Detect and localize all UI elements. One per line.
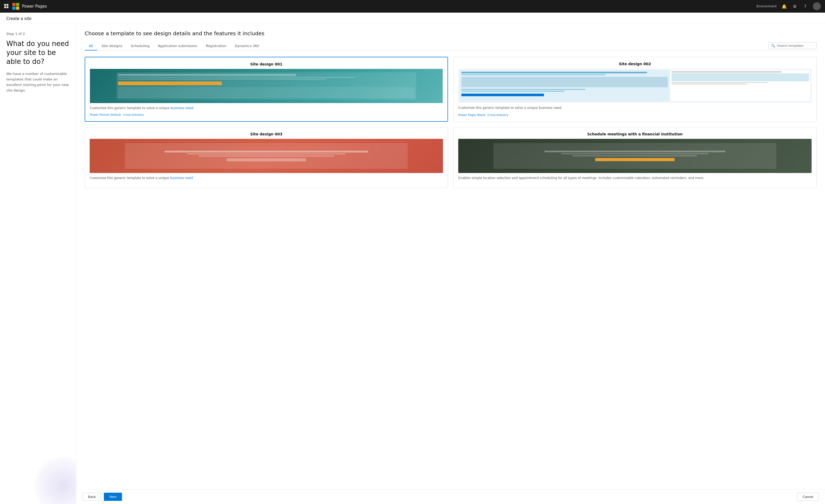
topnav-right: Environment 🔔 ⚙ ?	[756, 2, 821, 10]
svg-rect-4	[12, 3, 15, 6]
next-button[interactable]: Next	[104, 493, 122, 501]
svg-rect-2	[4, 6, 6, 8]
sidebar-decoration	[34, 457, 76, 504]
tag-cross-industry-001[interactable]: Cross-Industry	[123, 113, 144, 117]
template-preview-003	[90, 139, 443, 173]
svg-rect-1	[7, 4, 8, 6]
top-navigation: Power Pages Environment 🔔 ⚙ ?	[0, 0, 825, 13]
tab-registration[interactable]: Registration	[202, 42, 231, 51]
template-tags-002: Power Pages Blank Cross-Industry	[458, 113, 812, 117]
template-card-003[interactable]: Site design 003 C	[85, 127, 448, 188]
template-desc-002: Customize this generic template to solve…	[458, 105, 812, 110]
template-title-003: Site design 003	[90, 132, 443, 136]
settings-icon[interactable]: ⚙	[792, 3, 798, 9]
template-preview-002	[458, 69, 812, 103]
bottom-bar: Back Next Cancel	[76, 489, 825, 504]
tab-application-submission[interactable]: Application submission	[154, 42, 202, 51]
sidebar-heading: What do you need your site to be able to…	[6, 40, 70, 66]
svg-rect-7	[16, 7, 19, 10]
tab-site-designs[interactable]: Site designs	[97, 42, 127, 51]
search-templates-container[interactable]: 🔍	[768, 42, 817, 49]
search-icon: 🔍	[771, 44, 775, 48]
templates-grid: Site design 001 Customize t	[76, 51, 825, 489]
tag-power-portals-default[interactable]: Power Portals Default	[90, 113, 121, 117]
microsoft-logo	[12, 3, 19, 10]
product-name: Power Pages	[22, 4, 47, 9]
tab-dynamics-365[interactable]: Dynamics 365	[231, 42, 264, 51]
page-title: Create a site	[6, 16, 31, 21]
back-button[interactable]: Back	[83, 493, 101, 501]
template-desc-link-003[interactable]: business need	[170, 176, 193, 180]
template-card-002[interactable]: Site design 002	[453, 57, 817, 122]
notification-icon[interactable]: 🔔	[781, 3, 787, 9]
sidebar-description: We have a number of customizable templat…	[6, 71, 70, 93]
tag-cross-industry-002[interactable]: Cross-Industry	[487, 113, 508, 117]
template-preview-schedule	[458, 139, 812, 173]
template-card-001[interactable]: Site design 001 Customize t	[85, 57, 448, 122]
help-icon[interactable]: ?	[802, 3, 808, 9]
template-desc-link-001[interactable]: business need.	[170, 106, 194, 110]
template-preview-001	[90, 69, 443, 103]
step-indicator: Step 1 of 2	[6, 32, 70, 36]
svg-rect-5	[16, 3, 19, 6]
svg-rect-3	[7, 6, 8, 8]
tab-all[interactable]: All	[85, 42, 97, 51]
template-title-001: Site design 001	[90, 62, 443, 66]
template-title-002: Site design 002	[458, 62, 812, 66]
avatar[interactable]	[813, 2, 821, 10]
tag-power-pages-blank[interactable]: Power Pages Blank	[458, 113, 485, 117]
search-templates-input[interactable]	[777, 44, 814, 48]
svg-rect-6	[12, 7, 15, 10]
apps-icon[interactable]	[4, 4, 9, 9]
template-title-schedule: Schedule meetings with a financial insti…	[458, 132, 812, 136]
template-desc-003: Customize this generic template to solve…	[90, 175, 443, 181]
cancel-button[interactable]: Cancel	[797, 493, 819, 501]
environment-label: Environment	[756, 4, 777, 8]
page-header: Create a site	[0, 13, 825, 24]
template-tags-001: Power Portals Default Cross-Industry	[90, 113, 443, 117]
svg-rect-0	[4, 4, 6, 6]
content-area: Choose a template to see design details …	[76, 24, 825, 504]
sidebar: Step 1 of 2 What do you need your site t…	[0, 24, 76, 504]
template-desc-schedule: Enables simple location selection and ap…	[458, 175, 812, 181]
tab-scheduling[interactable]: Scheduling	[127, 42, 154, 51]
tabs-bar: All Site designs Scheduling Application …	[85, 42, 817, 51]
main-layout: Step 1 of 2 What do you need your site t…	[0, 24, 825, 504]
template-card-schedule[interactable]: Schedule meetings with a financial insti…	[453, 127, 817, 188]
content-title: Choose a template to see design details …	[85, 30, 817, 37]
template-desc-001: Customize this generic template to solve…	[90, 106, 443, 111]
content-header: Choose a template to see design details …	[76, 24, 825, 51]
